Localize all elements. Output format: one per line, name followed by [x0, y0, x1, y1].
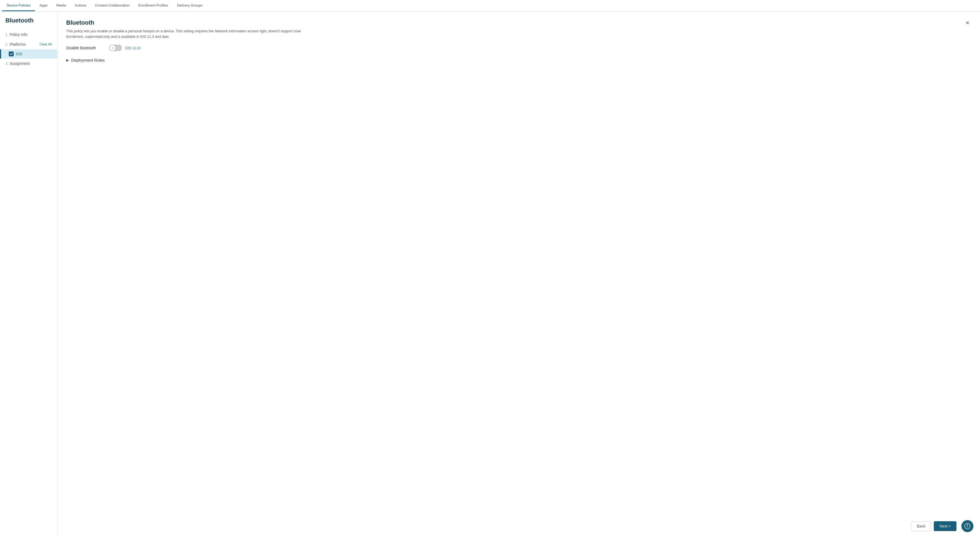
sidebar-ios-item[interactable]: iOS [0, 49, 57, 59]
nav-item-enrollment-profiles[interactable]: Enrollment Profiles [134, 0, 173, 11]
next-button[interactable]: Next > [934, 521, 956, 531]
close-button[interactable]: ✕ [964, 19, 971, 27]
clear-all-button[interactable]: Clear All [40, 42, 52, 46]
nav-item-media[interactable]: Media [52, 0, 70, 11]
sidebar-title: Bluetooth [0, 17, 57, 30]
step-label-assignment: Assignment [10, 61, 30, 66]
bottom-bar: Back Next > [57, 516, 980, 536]
sidebar-step-policy-info[interactable]: 1 Policy Info [0, 30, 57, 40]
deployment-rules-section: ▶ Deployment Rules [66, 58, 971, 62]
step-label-policy-info: Policy Info [10, 32, 27, 37]
main-layout: Bluetooth 1 Policy Info 2 Platforms Clea… [0, 11, 980, 536]
content-header-text: Bluetooth This policy lets you enable or… [66, 19, 312, 39]
svg-marker-1 [967, 524, 968, 526]
deployment-rules-label: Deployment Rules [71, 58, 105, 62]
toggle-container: ✕ [109, 45, 122, 51]
content-area: Bluetooth This policy lets you enable or… [57, 11, 980, 536]
step-num-2: 2 [5, 42, 7, 46]
step-label-platforms: Platforms [10, 42, 26, 46]
top-nav: Device Policies Apps Media Actions Conte… [0, 0, 980, 11]
nav-item-actions[interactable]: Actions [70, 0, 91, 11]
sidebar-step-assignment[interactable]: 3 Assignment [0, 59, 57, 69]
nav-item-delivery-groups[interactable]: Delivery Groups [173, 0, 207, 11]
compass-button[interactable] [961, 520, 974, 532]
nav-item-device-policies[interactable]: Device Policies [2, 0, 35, 11]
step-num-3: 3 [5, 62, 7, 66]
content-title: Bluetooth [66, 19, 312, 26]
platforms-left: 2 Platforms [5, 42, 26, 46]
step-num-1: 1 [5, 33, 7, 37]
setting-row-disable-bluetooth: Disable bluetooth ✕ iOS 11.0+ [66, 45, 971, 51]
content-header: Bluetooth This policy lets you enable or… [66, 19, 971, 39]
toggle-x-icon: ✕ [111, 46, 113, 49]
ios-checkbox-icon [9, 51, 14, 56]
ios-version-badge: iOS 11.0+ [125, 46, 141, 50]
platforms-header: 2 Platforms Clear All [0, 40, 57, 49]
bluetooth-toggle[interactable]: ✕ [109, 45, 122, 51]
expand-arrow-icon: ▶ [66, 58, 69, 62]
sidebar: Bluetooth 1 Policy Info 2 Platforms Clea… [0, 11, 57, 536]
deployment-rules-header[interactable]: ▶ Deployment Rules [66, 58, 971, 62]
back-button[interactable]: Back [911, 521, 931, 531]
disable-bluetooth-label: Disable bluetooth [66, 46, 105, 50]
nav-item-apps[interactable]: Apps [35, 0, 52, 11]
toggle-knob: ✕ [110, 45, 115, 51]
active-bar [0, 49, 1, 59]
content-description: This policy lets you enable or disable a… [66, 29, 312, 39]
svg-marker-2 [967, 526, 968, 528]
nav-item-content-collaboration[interactable]: Content Collaboration [91, 0, 134, 11]
ios-label: iOS [16, 52, 22, 56]
